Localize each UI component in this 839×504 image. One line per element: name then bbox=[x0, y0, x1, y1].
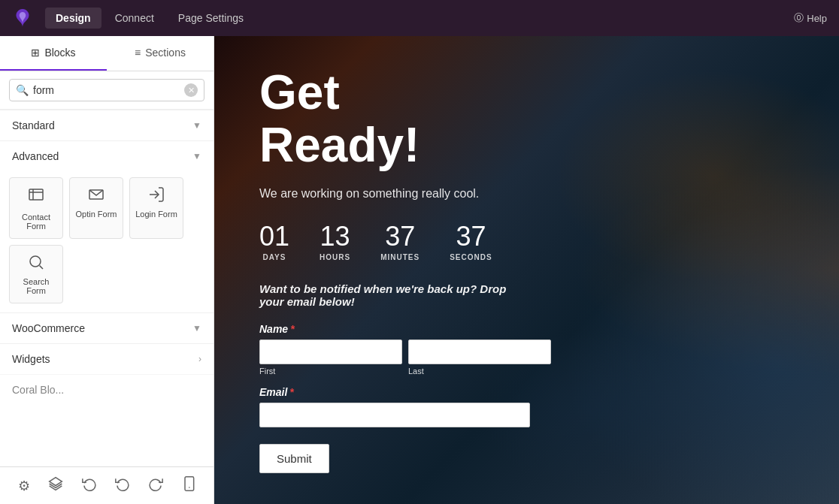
first-name-input[interactable] bbox=[259, 340, 402, 364]
block-login-form-label: Login Form bbox=[135, 210, 177, 219]
contact-form-icon bbox=[27, 186, 45, 208]
hero-title-line1: Get bbox=[259, 66, 794, 119]
canvas-content: Get Ready! We are working on something r… bbox=[214, 36, 839, 503]
hero-subtitle: We are working on something really cool. bbox=[259, 187, 794, 201]
section-woocommerce-label: WooCommerce bbox=[12, 322, 85, 334]
hero-title: Get Ready! bbox=[259, 66, 794, 172]
countdown-seconds: 37 SECONDS bbox=[450, 223, 492, 261]
cta-text: Want to be notified when we're back up? … bbox=[259, 282, 530, 308]
signup-form: Name * First Last bbox=[259, 323, 530, 473]
last-name-sublabel: Last bbox=[408, 367, 551, 376]
countdown-minutes-value: 37 bbox=[380, 223, 420, 250]
nav-connect[interactable]: Connect bbox=[104, 8, 165, 29]
section-coral[interactable]: Coral Blo... bbox=[0, 374, 214, 405]
search-form-icon bbox=[27, 253, 45, 273]
last-name-wrap: Last bbox=[408, 340, 551, 376]
search-bar: 🔍 ✕ bbox=[0, 71, 214, 110]
undo-icon[interactable] bbox=[109, 470, 136, 501]
main-area: ⊞ Blocks ≡ Sections 🔍 ✕ Standard ▼ bbox=[0, 36, 839, 504]
countdown-days-label: DAYS bbox=[259, 253, 289, 261]
nav-links: Design Connect Page Settings bbox=[45, 8, 794, 29]
section-advanced-label: Advanced bbox=[12, 150, 59, 162]
bottom-toolbar: ⚙ bbox=[0, 466, 214, 504]
sidebar: ⊞ Blocks ≡ Sections 🔍 ✕ Standard ▼ bbox=[0, 36, 214, 504]
svg-point-5 bbox=[30, 256, 41, 267]
email-input[interactable] bbox=[259, 403, 530, 427]
countdown-seconds-label: SECONDS bbox=[450, 253, 492, 261]
redo-icon[interactable] bbox=[142, 470, 169, 501]
tab-blocks[interactable]: ⊞ Blocks bbox=[0, 36, 107, 71]
nav-page-settings[interactable]: Page Settings bbox=[168, 8, 254, 29]
help-link[interactable]: ⓪ Help bbox=[794, 11, 827, 25]
countdown-seconds-value: 37 bbox=[450, 223, 492, 250]
countdown-hours: 13 HOURS bbox=[320, 223, 350, 261]
section-advanced-chevron: ▼ bbox=[192, 151, 201, 161]
section-standard[interactable]: Standard ▼ bbox=[0, 110, 214, 140]
canvas-background: Get Ready! We are working on something r… bbox=[214, 36, 839, 504]
block-contact-form-label: Contact Form bbox=[14, 213, 58, 231]
block-login-form[interactable]: Login Form bbox=[129, 177, 183, 239]
nav-design[interactable]: Design bbox=[45, 8, 101, 29]
svg-line-6 bbox=[40, 266, 43, 269]
block-optin-form[interactable]: Optin Form bbox=[69, 177, 123, 239]
email-field-group: Email * bbox=[259, 386, 530, 427]
block-search-form[interactable]: Search Form bbox=[9, 245, 63, 303]
section-woocommerce[interactable]: WooCommerce ▼ bbox=[0, 312, 214, 343]
history-icon[interactable] bbox=[76, 470, 103, 501]
search-input[interactable] bbox=[33, 84, 180, 96]
name-required: * bbox=[290, 323, 294, 335]
help-icon: ⓪ bbox=[794, 11, 804, 25]
canvas-area: Get Ready! We are working on something r… bbox=[214, 36, 839, 504]
name-label: Name * bbox=[259, 323, 530, 335]
first-name-wrap: First bbox=[259, 340, 402, 376]
submit-button[interactable]: Submit bbox=[259, 444, 329, 473]
search-icon: 🔍 bbox=[16, 84, 29, 96]
countdown-hours-value: 13 bbox=[320, 223, 350, 250]
section-woocommerce-chevron: ▼ bbox=[192, 323, 201, 333]
advanced-blocks-grid: Contact Form Optin Form bbox=[0, 171, 214, 312]
countdown-minutes-label: MINUTES bbox=[380, 253, 420, 261]
svg-rect-8 bbox=[185, 477, 194, 490]
block-optin-form-label: Optin Form bbox=[75, 210, 117, 219]
last-name-input[interactable] bbox=[408, 340, 551, 364]
clear-search-button[interactable]: ✕ bbox=[184, 83, 198, 97]
settings-icon[interactable]: ⚙ bbox=[12, 472, 36, 500]
countdown: 01 DAYS 13 HOURS 37 MINUTES 37 SECONDS bbox=[259, 223, 794, 261]
section-widgets-chevron: › bbox=[198, 354, 201, 364]
block-search-form-label: Search Form bbox=[14, 277, 58, 295]
layers-icon[interactable] bbox=[42, 470, 69, 501]
countdown-minutes: 37 MINUTES bbox=[380, 223, 420, 261]
blocks-icon: ⊞ bbox=[31, 47, 40, 59]
section-widgets-label: Widgets bbox=[12, 353, 50, 365]
optin-form-icon bbox=[87, 186, 105, 205]
top-nav: Design Connect Page Settings ⓪ Help bbox=[0, 0, 839, 36]
block-contact-form[interactable]: Contact Form bbox=[9, 177, 63, 239]
section-standard-chevron: ▼ bbox=[192, 120, 201, 131]
email-label: Email * bbox=[259, 386, 530, 398]
hero-title-line2: Ready! bbox=[259, 119, 794, 171]
countdown-hours-label: HOURS bbox=[320, 253, 350, 261]
sidebar-tabs: ⊞ Blocks ≡ Sections bbox=[0, 36, 214, 71]
search-input-wrap: 🔍 ✕ bbox=[9, 79, 204, 101]
section-advanced[interactable]: Advanced ▼ bbox=[0, 140, 214, 171]
sections-icon: ≡ bbox=[135, 47, 141, 59]
name-field-group: Name * First Last bbox=[259, 323, 530, 376]
email-required: * bbox=[289, 386, 293, 398]
section-widgets[interactable]: Widgets › bbox=[0, 343, 214, 374]
countdown-days: 01 DAYS bbox=[259, 223, 289, 261]
app-logo bbox=[12, 8, 33, 29]
section-coral-label: Coral Blo... bbox=[12, 384, 64, 396]
sidebar-content: Standard ▼ Advanced ▼ Contact Form bbox=[0, 110, 214, 466]
first-name-sublabel: First bbox=[259, 367, 402, 376]
login-form-icon bbox=[147, 186, 165, 205]
section-standard-label: Standard bbox=[12, 119, 55, 131]
tab-sections[interactable]: ≡ Sections bbox=[107, 36, 214, 71]
svg-rect-0 bbox=[29, 189, 43, 200]
name-fields: First Last bbox=[259, 340, 530, 376]
countdown-days-value: 01 bbox=[259, 223, 289, 250]
mobile-icon[interactable] bbox=[176, 470, 201, 501]
